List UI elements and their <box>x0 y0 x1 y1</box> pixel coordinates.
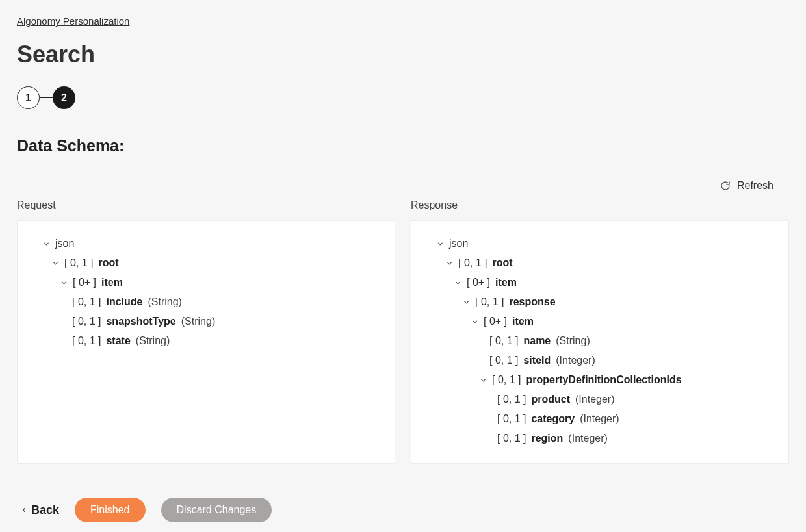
node-type: (Integer) <box>568 433 607 444</box>
node-name: include <box>106 297 142 307</box>
node-name: item <box>512 316 534 327</box>
node-name: category <box>531 414 575 424</box>
tree-node-root[interactable]: [ 0, 1 ] root <box>31 253 382 273</box>
response-label: Response <box>411 199 789 211</box>
cardinality: [ 0, 1 ] <box>489 355 518 366</box>
step-2[interactable]: 2 <box>53 86 75 109</box>
chevron-down-icon <box>479 377 487 384</box>
cardinality: [ 0+ ] <box>73 277 96 288</box>
tree-node-propertydefcollids[interactable]: [ 0, 1 ] propertyDefinitionCollectionIds <box>424 370 775 390</box>
section-title: Data Schema: <box>17 136 789 155</box>
response-panel: json [ 0, 1 ] root [ 0+ ] item <box>411 220 789 464</box>
refresh-button[interactable]: Refresh <box>720 179 789 193</box>
cardinality: [ 0, 1 ] <box>497 433 526 444</box>
cardinality: [ 0, 1 ] <box>497 394 526 405</box>
node-type: (String) <box>148 297 181 307</box>
cardinality: [ 0, 1 ] <box>489 336 518 346</box>
request-column: Request json [ 0, 1 ] root [ 0+ ] <box>17 199 395 464</box>
node-name: root <box>98 258 118 268</box>
node-name: item <box>495 277 517 288</box>
chevron-down-icon <box>445 260 453 267</box>
request-panel: json [ 0, 1 ] root [ 0+ ] item [ 0, 1 ] … <box>17 220 395 464</box>
tree-leaf-snapshottype[interactable]: [ 0, 1 ] snapshotType (String) <box>31 312 382 331</box>
back-button[interactable]: Back <box>21 503 59 517</box>
node-label: json <box>55 238 74 249</box>
tree-leaf-include[interactable]: [ 0, 1 ] include (String) <box>31 292 382 312</box>
chevron-down-icon <box>60 279 68 286</box>
tree-leaf-region[interactable]: [ 0, 1 ] region (Integer) <box>424 429 775 448</box>
tree-leaf-name[interactable]: [ 0, 1 ] name (String) <box>424 331 775 351</box>
node-name: snapshotType <box>106 316 176 327</box>
refresh-icon <box>720 181 731 191</box>
node-type: (String) <box>181 316 215 327</box>
breadcrumb-link[interactable]: Algonomy Personalization <box>17 16 129 27</box>
tree-leaf-state[interactable]: [ 0, 1 ] state (String) <box>31 331 382 351</box>
cardinality: [ 0, 1 ] <box>64 258 93 268</box>
cardinality: [ 0, 1 ] <box>72 336 101 346</box>
tree-node-response[interactable]: [ 0, 1 ] response <box>424 292 775 312</box>
step-1[interactable]: 1 <box>17 86 40 109</box>
node-name: propertyDefinitionCollectionIds <box>526 375 681 385</box>
tree-node-item[interactable]: [ 0+ ] item <box>31 273 382 292</box>
tree-node-item-inner[interactable]: [ 0+ ] item <box>424 312 775 331</box>
footer-actions: Back Finished Discard Changes <box>17 498 789 522</box>
tree-leaf-siteid[interactable]: [ 0, 1 ] siteId (Integer) <box>424 351 775 370</box>
node-name: response <box>509 297 555 307</box>
tree-node-item[interactable]: [ 0+ ] item <box>424 273 775 292</box>
cardinality: [ 0, 1 ] <box>72 297 101 307</box>
cardinality: [ 0, 1 ] <box>458 258 487 268</box>
node-name: name <box>523 336 551 346</box>
node-name: region <box>531 433 563 444</box>
tree-node-root[interactable]: [ 0, 1 ] root <box>424 253 775 273</box>
page-title: Search <box>17 41 789 68</box>
chevron-down-icon <box>462 299 470 306</box>
node-type: (Integer) <box>580 414 619 424</box>
tree-leaf-product[interactable]: [ 0, 1 ] product (Integer) <box>424 390 775 409</box>
request-label: Request <box>17 199 395 211</box>
cardinality: [ 0, 1 ] <box>475 297 504 307</box>
node-type: (String) <box>136 336 170 346</box>
node-name: item <box>101 277 123 288</box>
node-type: (Integer) <box>575 394 614 405</box>
chevron-down-icon <box>51 260 59 267</box>
discard-changes-button[interactable]: Discard Changes <box>161 498 272 522</box>
response-column: Response json [ 0, 1 ] root [ 0+ ] <box>411 199 789 464</box>
step-connector <box>40 97 53 99</box>
stepper: 1 2 <box>17 86 789 109</box>
node-name: state <box>106 336 130 346</box>
chevron-down-icon <box>471 318 478 325</box>
cardinality: [ 0, 1 ] <box>72 316 101 327</box>
chevron-left-icon <box>21 505 27 514</box>
chevron-down-icon <box>436 240 444 247</box>
cardinality: [ 0, 1 ] <box>497 414 526 424</box>
node-label: json <box>449 238 468 249</box>
node-type: (String) <box>556 336 590 346</box>
chevron-down-icon <box>42 240 50 247</box>
tree-node-json[interactable]: json <box>424 234 775 253</box>
chevron-down-icon <box>454 279 462 286</box>
refresh-label: Refresh <box>737 180 774 192</box>
node-name: siteId <box>523 355 551 366</box>
cardinality: [ 0, 1 ] <box>492 375 521 385</box>
node-type: (Integer) <box>556 355 595 366</box>
finished-button[interactable]: Finished <box>75 498 145 522</box>
cardinality: [ 0+ ] <box>484 316 507 327</box>
node-name: root <box>492 258 512 268</box>
tree-leaf-category[interactable]: [ 0, 1 ] category (Integer) <box>424 409 775 429</box>
tree-node-json[interactable]: json <box>31 234 382 253</box>
node-name: product <box>531 394 570 405</box>
cardinality: [ 0+ ] <box>467 277 490 288</box>
back-label: Back <box>31 503 59 517</box>
